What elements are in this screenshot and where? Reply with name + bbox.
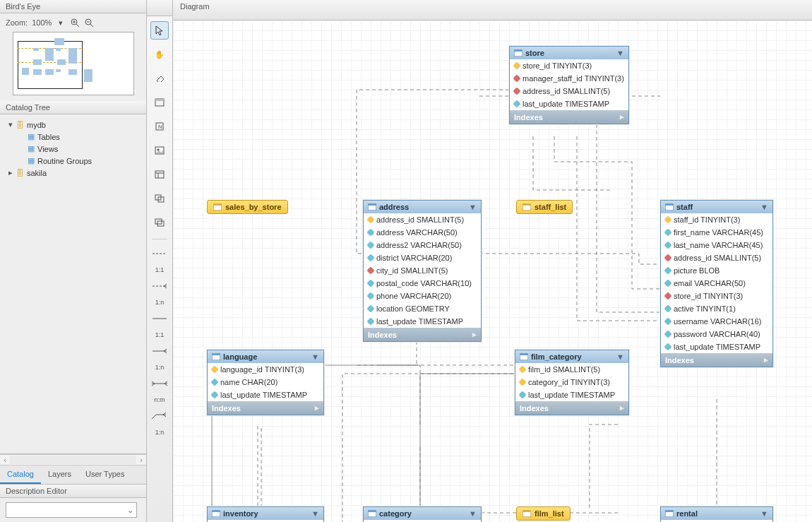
- column: last_update TIMESTAMP: [220, 391, 307, 399]
- zoom-dropdown-icon[interactable]: ▾: [56, 18, 66, 28]
- zoom-out-icon[interactable]: [84, 18, 94, 28]
- view-film-list[interactable]: film_list: [516, 506, 571, 521]
- fk-icon: [513, 87, 520, 95]
- tree-twisty-icon[interactable]: ▾: [7, 120, 13, 129]
- tool-hand[interactable]: ✋: [150, 45, 169, 64]
- tool-layer[interactable]: [150, 93, 169, 112]
- column: district VARCHAR(20): [376, 254, 452, 262]
- indexes-label[interactable]: Indexes: [665, 356, 694, 364]
- column: postal_code VARCHAR(10): [376, 279, 472, 287]
- catalog-header: Catalog Tree: [0, 101, 146, 114]
- tool-rel-n-m[interactable]: [150, 376, 169, 391]
- folder-icon: ▦: [28, 156, 35, 165]
- diagram-canvas[interactable]: store▼ store_id TINYINT(3) manager_staff…: [173, 20, 812, 522]
- tree-item-views[interactable]: Views: [37, 145, 58, 153]
- entity-language[interactable]: language▼ language_id TINYINT(3) name CH…: [207, 350, 324, 415]
- indexes-label[interactable]: Indexes: [368, 331, 397, 339]
- tree-twisty-icon[interactable]: ▸: [7, 168, 13, 177]
- entity-staff[interactable]: staff▼ staff_id TINYINT(3) first_name VA…: [660, 200, 773, 367]
- entity-address[interactable]: address▼ address_id SMALLINT(5) address …: [363, 200, 482, 342]
- view-sales-by-store[interactable]: sales_by_store: [207, 200, 288, 214]
- entity-title: store: [525, 49, 544, 57]
- column: staff_id TINYINT(3): [674, 215, 740, 224]
- entity-title: staff: [676, 203, 693, 211]
- svg-rect-32: [665, 203, 674, 206]
- rel-label: n:m: [154, 396, 165, 403]
- diagram-header: Diagram: [173, 0, 812, 20]
- entity-store[interactable]: store▼ store_id TINYINT(3) manager_staff…: [509, 46, 629, 124]
- column: address_id SMALLINT(5): [376, 215, 464, 224]
- tool-table[interactable]: [150, 165, 169, 184]
- entity-inventory[interactable]: inventory▼ inventory_id MEDIUMINT(8): [207, 506, 324, 522]
- column: last_name VARCHAR(45): [674, 241, 763, 249]
- folder-icon: ▦: [28, 132, 35, 141]
- svg-rect-42: [665, 510, 674, 512]
- tree-item-routine-groups[interactable]: Routine Groups: [37, 157, 92, 165]
- tab-user-types[interactable]: User Types: [78, 465, 131, 484]
- view-label: sales_by_store: [225, 203, 282, 211]
- entity-title: inventory: [223, 509, 258, 518]
- tool-routine-group[interactable]: [150, 213, 169, 232]
- svg-rect-38: [212, 510, 220, 512]
- tool-pointer[interactable]: [150, 21, 169, 40]
- entity-category[interactable]: category▼ category_id TINYINT(3): [363, 506, 482, 522]
- tool-eraser[interactable]: [150, 69, 169, 88]
- column: category_id TINYINT(3): [528, 378, 610, 386]
- table-icon: [212, 353, 220, 360]
- description-select[interactable]: ⌄: [6, 502, 137, 518]
- tool-rel-1-1-id[interactable]: [150, 312, 169, 326]
- tool-rel-1-n-pick[interactable]: [150, 409, 169, 423]
- table-icon: [514, 49, 523, 57]
- scroll-left-icon[interactable]: ‹: [0, 455, 10, 465]
- svg-rect-46: [523, 203, 531, 206]
- column: address_id SMALLINT(5): [523, 87, 610, 95]
- tree-item-tables[interactable]: Tables: [37, 133, 60, 141]
- entity-film-category[interactable]: film_category▼ film_id SMALLINT(5) categ…: [515, 350, 629, 415]
- rel-label: 1:n: [155, 364, 165, 371]
- database-icon: 🗄: [16, 169, 24, 177]
- tool-rel-1-1-nonid[interactable]: [150, 247, 169, 261]
- indexes-label[interactable]: Indexes: [520, 404, 549, 413]
- view-staff-list[interactable]: staff_list: [516, 200, 573, 214]
- tree-hscroll[interactable]: ‹ ›: [0, 454, 146, 465]
- column: phone VARCHAR(20): [376, 292, 451, 300]
- zoom-in-icon[interactable]: [70, 18, 80, 28]
- svg-rect-34: [212, 353, 220, 355]
- zoom-value[interactable]: 100%: [32, 18, 52, 27]
- tab-layers[interactable]: Layers: [41, 465, 78, 484]
- folder-icon: ▦: [28, 144, 35, 153]
- zoom-label: Zoom:: [6, 18, 28, 27]
- entity-title: language: [223, 352, 257, 361]
- column: store_id TINYINT(3): [523, 61, 592, 70]
- expand-icon[interactable]: ▸: [620, 112, 624, 121]
- tool-image[interactable]: [150, 141, 169, 160]
- tool-rel-1-n-id[interactable]: [150, 344, 169, 358]
- tool-rel-1-n-nonid[interactable]: [150, 279, 169, 293]
- catalog-tree[interactable]: ▾🗄mydb ▦Tables ▦Views ▦Routine Groups ▸🗄…: [0, 114, 146, 454]
- indexes-label[interactable]: Indexes: [514, 113, 543, 121]
- svg-rect-36: [520, 353, 528, 355]
- svg-rect-8: [155, 99, 164, 101]
- column: address VARCHAR(50): [376, 228, 458, 237]
- chevron-down-icon: ⌄: [127, 506, 133, 515]
- svg-line-5: [90, 24, 93, 27]
- overview-minimap[interactable]: [13, 32, 134, 95]
- tree-db-sakila[interactable]: sakila: [27, 169, 47, 177]
- collapse-icon[interactable]: ▼: [469, 203, 477, 211]
- entity-rental[interactable]: rental▼ rental_id INT(11): [660, 506, 773, 522]
- indexes-label[interactable]: Indexes: [212, 404, 241, 413]
- tab-catalog[interactable]: Catalog: [0, 465, 41, 484]
- collapse-icon[interactable]: ▼: [616, 49, 624, 57]
- birdseye-header: Bird's Eye: [0, 0, 146, 13]
- scroll-right-icon[interactable]: ›: [136, 455, 146, 465]
- column: store_id TINYINT(3): [674, 292, 743, 300]
- svg-rect-13: [155, 171, 164, 178]
- tool-note[interactable]: N: [150, 117, 169, 136]
- tree-db-mydb[interactable]: mydb: [27, 121, 46, 129]
- table-icon: [212, 510, 220, 517]
- description-header: Description Editor: [0, 485, 146, 498]
- column: last_update TIMESTAMP: [674, 343, 760, 351]
- svg-rect-44: [213, 203, 222, 206]
- tool-view[interactable]: [150, 189, 169, 208]
- column: last_update TIMESTAMP: [376, 317, 463, 326]
